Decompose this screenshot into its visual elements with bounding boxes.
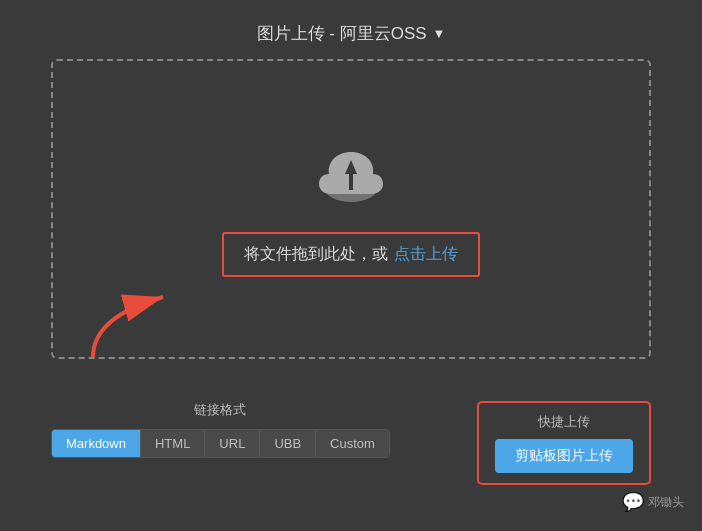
watermark-text: 邓锄头	[648, 494, 684, 511]
format-btn-ubb[interactable]: UBB	[260, 430, 316, 457]
upload-area[interactable]: 将文件拖到此处，或 点击上传	[51, 59, 651, 359]
page-header: 图片上传 - 阿里云OSS ▼	[257, 22, 446, 45]
wechat-icon: 💬	[622, 491, 644, 513]
format-btn-html[interactable]: HTML	[141, 430, 205, 457]
link-format-label: 链接格式	[194, 401, 246, 419]
link-format-group: 链接格式 Markdown HTML URL UBB Custom	[51, 401, 390, 458]
cloud-upload-icon	[315, 142, 387, 216]
click-upload-link[interactable]: 点击上传	[394, 244, 458, 265]
format-btn-markdown[interactable]: Markdown	[52, 430, 141, 457]
drag-text: 将文件拖到此处，或	[244, 244, 388, 265]
red-arrow	[83, 277, 223, 367]
watermark: 💬 邓锄头	[622, 491, 684, 513]
upload-text-box: 将文件拖到此处，或 点击上传	[222, 232, 480, 277]
bottom-section: 链接格式 Markdown HTML URL UBB Custom 快捷上传 剪…	[51, 401, 651, 485]
format-buttons: Markdown HTML URL UBB Custom	[51, 429, 390, 458]
format-btn-url[interactable]: URL	[205, 430, 260, 457]
page-title: 图片上传 - 阿里云OSS	[257, 22, 427, 45]
clipboard-upload-button[interactable]: 剪贴板图片上传	[495, 439, 633, 473]
quick-upload-group: 快捷上传 剪贴板图片上传	[477, 401, 651, 485]
quick-upload-label: 快捷上传	[538, 413, 590, 431]
quick-upload-box: 快捷上传 剪贴板图片上传	[477, 401, 651, 485]
format-btn-custom[interactable]: Custom	[316, 430, 389, 457]
dropdown-icon[interactable]: ▼	[433, 26, 446, 41]
